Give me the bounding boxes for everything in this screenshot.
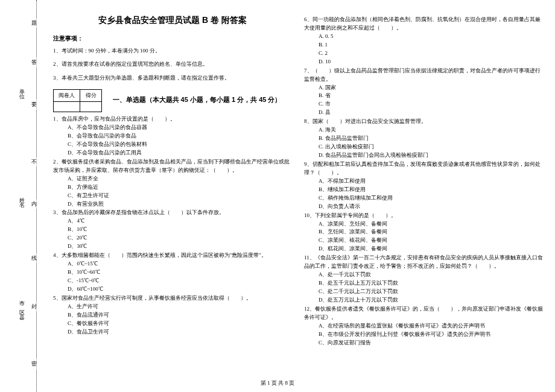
question-option: C、不会导致食品污染的包装材料 [53,141,292,149]
question-option: C、20℃ [53,234,292,242]
question-option: B、继续加工和使用 [304,186,543,194]
question-option: C、处二千元以上二万元以下罚款 [304,288,543,296]
question-option: B、会导致食品污染的非食品 [53,132,292,141]
question-text: 3、食品加热后的冷藏保存是指食物在冰点以上（ ）以下条件存放。 [53,209,292,217]
binding-margin: 密 封 线 内 不 要 答 题 市（区县） 姓名 单位 [0,0,47,392]
score-header-reviewer: 阅卷人 [54,90,80,102]
question-option: B、烹饪间、凉菜间、备餐间 [304,228,543,236]
question-option: C、有卫生许可证 [53,192,292,200]
label-name: 姓名 [18,193,26,203]
seal-char-ti: 题 [31,18,37,28]
seal-char-mi: 密 [31,359,37,369]
question-text: 4、大多数细菌都能在（ ）范围内快速生长繁殖，因此这个温区被称为"危险温度带"。 [53,251,292,260]
question-option: C、稍作掩饰后继续加工和使用 [304,194,543,203]
main-content: 安乡县食品安全管理员试题 B 卷 附答案 注意事项： 1、考试时间：90 分钟，… [47,0,555,392]
score-table: 阅卷人 得分 [53,89,102,112]
question-option: A、在经营场所的显着位置张贴《餐饮服务许可证》遗失的公开声明书 [304,322,543,330]
question-option: D、有营业执照 [53,200,292,209]
seal-char-yao: 要 [31,100,37,110]
question-option: A、生产许可 [53,303,292,311]
question-option: D. 食品药品监管部门会同出入境检验检疫部门 [304,151,543,160]
seal-char-nei: 内 [31,199,37,209]
question-option: C、凉菜间、裱花间、备餐间 [304,236,543,245]
question-option: B. 省 [304,92,543,100]
question-text: 2、餐饮服务提供者采购食品、食品添加剂及食品相关产品，应当到下列哪些食品生产经营… [53,158,292,175]
question-option: C、-15℃~0℃ [53,277,292,285]
seal-char-xian: 线 [31,253,37,264]
score-header-score: 得分 [80,90,102,102]
question-option: A. 海关 [304,126,543,134]
question-option: C. 出入境检验检疫部门 [304,143,543,151]
question-option: A、凉菜间、烹饪间、备餐间 [304,220,543,229]
question-option: D、食品卫生许可 [53,328,292,337]
question-text: 5、国家对食品生产经营实行许可制度，从事餐饮服务经营应当依法取得（ ）。 [53,294,292,303]
question-text: 8、国家（ ）对进出口食品安全实施监督管理。 [304,118,543,126]
question-text: 11、《食品安全法》第一百二十六条规定，安排患有有碍食品安全的疾病的人员从事接触… [304,254,543,271]
label-city: 市（区县） [18,296,26,320]
part1-title: 一、单选题（本大题共 45 小题，每小题 1 分，共 45 分） [102,95,292,104]
question-option: D、处五万元以上十万元以下罚款 [304,296,543,305]
instruction-3: 3、本卷共三大题型分别为单选题、多选题和判断题，请在指定位置作答。 [53,74,292,82]
seal-char-da: 答 [31,57,37,68]
exam-title: 安乡县食品安全管理员试题 B 卷 附答案 [53,15,292,26]
question-option: B、10℃ [53,226,292,234]
question-option: C. 2 [304,49,543,58]
question-option: D、30℃ [53,242,292,251]
question-text: 10、下列全部属于专间的是（ ）。 [304,212,543,220]
question-option: A、不得加工和使用 [304,177,543,186]
question-text: 6、同一功能的食品添加剂（相同色泽着色剂、防腐剂、抗氧化剂）在混合使用时，各自用… [304,16,543,33]
notice-heading: 注意事项： [53,34,292,43]
score-cell-reviewer [54,102,80,112]
question-option: C、向原发证部门报告 [304,339,543,347]
question-option: B、方便临近 [53,183,292,192]
question-option: B、在市级公开发行的报刊上刊登《餐饮服务许可证》遗失的公开声明书 [304,330,543,339]
question-option: B. 食品药品监管部门 [304,134,543,143]
question-option: D. 县 [304,109,543,117]
question-option: D. 10 [304,58,543,66]
question-text: 9、切配和粗加工前应认真检查待加工食品，发现有腐败变质迹象或者其他感官性状异常的… [304,160,543,177]
instruction-1: 1、考试时间：90 分钟，本卷满分为 100 分。 [53,46,292,55]
question-option: C. 市 [304,100,543,109]
page-footer: 第 1 页 共 8 页 [0,379,555,387]
question-option: B、处五千元以上五万元以下罚款 [304,279,543,288]
question-text: 7、（ ）级以上食品药品监督管理部门应当依据法律规定的职责，对食品生产者的许可事… [304,67,543,84]
question-option: B. 1 [304,41,543,49]
question-option: D、不会导致食品污染的工用具 [53,149,292,157]
label-unit: 单位 [18,84,26,94]
question-text: 12、餐饮服务提供者遗失《餐饮服务许可证》的，应当（ ），并向原发证部门申请补发… [304,305,543,322]
question-option: B、食品流通许可 [53,311,292,320]
question-option: A. 国家 [304,84,543,92]
question-option: D、向负责人请示 [304,203,543,211]
question-option: A、证照齐全 [53,175,292,183]
question-option: A、处一千元以下罚款 [304,271,543,279]
left-column: 安乡县食品安全管理员试题 B 卷 附答案 注意事项： 1、考试时间：90 分钟，… [53,15,292,386]
left-questions-block: 1、食品库房中，应与食品分开设置的是（ ）。A、不会导致食品污染的食品容器B、会… [53,115,292,336]
question-text: 1、食品库房中，应与食品分开设置的是（ ）。 [53,115,292,124]
right-column: 6、同一功能的食品添加剂（相同色泽着色剂、防腐剂、抗氧化剂）在混合使用时，各自用… [304,15,543,386]
instruction-2: 2、请首先按要求在试卷的指定位置填写您的姓名、单位等信息。 [53,60,292,68]
score-and-part-row: 阅卷人 得分 一、单选题（本大题共 45 小题，每小题 1 分，共 45 分） [53,87,292,115]
right-questions-block: 6、同一功能的食品添加剂（相同色泽着色剂、防腐剂、抗氧化剂）在混合使用时，各自用… [304,15,543,347]
question-option: B、10℃~60℃ [53,268,292,277]
question-option: D、60℃~100℃ [53,285,292,294]
question-option: A. 0. 5 [304,33,543,41]
seal-char-bu: 不 [31,157,37,167]
question-option: A、不会导致食品污染的食品容器 [53,124,292,132]
question-option: A、0℃~15℃ [53,260,292,268]
question-option: C、餐饮服务许可 [53,320,292,328]
seal-char-feng: 封 [31,302,37,312]
question-option: D、糕花间、凉菜间、备餐间 [304,245,543,253]
question-option: A、4℃ [53,217,292,226]
score-cell-score [80,102,102,112]
